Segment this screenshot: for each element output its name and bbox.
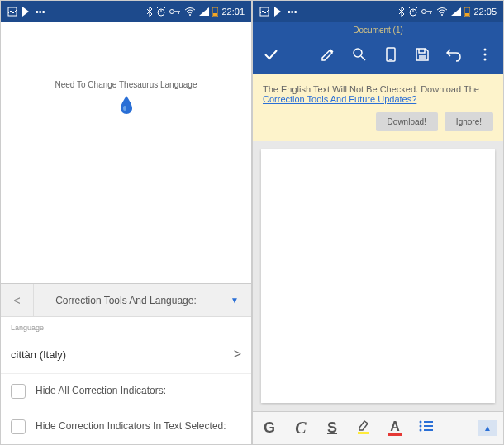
hide-selected-row[interactable]: Hide Correction Indicators In Text Selec… [1,409,251,444]
alarm-icon [408,7,418,17]
svg-point-9 [189,14,191,16]
list-button[interactable] [416,419,436,437]
document-page[interactable] [261,149,495,403]
svg-line-30 [361,56,365,60]
svg-rect-13 [213,13,217,16]
bold-button[interactable]: G [259,419,279,437]
status-bar: ••• 22:01 [1,1,251,22]
svg-rect-27 [466,7,468,7]
svg-marker-16 [274,7,281,17]
download-banner: The English Text Will Not Be Checked. Do… [253,74,503,141]
svg-marker-10 [199,7,209,16]
svg-point-6 [170,10,174,14]
svg-marker-1 [22,7,29,17]
bluetooth-icon [146,7,153,17]
chevron-right-icon: > [234,347,241,362]
italic-button[interactable]: C [291,419,311,438]
underline-button[interactable]: S [322,419,342,437]
document-body[interactable] [253,141,503,411]
main-area: Need To Change Thesaurus Language [1,22,251,283]
svg-line-19 [409,7,411,8]
edit-icon[interactable] [320,46,336,66]
document-header: Document (1) [253,22,503,74]
svg-point-33 [484,49,487,51]
left-screenshot: ••• 22:01 Need To Change The [0,0,252,445]
checkbox-hide-all[interactable] [11,384,26,399]
font-color-button[interactable]: A [385,420,405,436]
svg-point-34 [484,54,487,56]
download-button[interactable]: Download! [376,112,438,131]
vpn-key-icon [169,8,181,15]
signal-icon [451,7,461,16]
svg-point-37 [420,421,422,424]
svg-line-4 [157,7,159,8]
svg-point-24 [441,14,443,16]
bluetooth-icon [398,7,405,17]
thesaurus-message: Need To Change Thesaurus Language [55,80,197,89]
banner-text: The English Text Will Not Be Checked. Do… [263,84,479,94]
menu-icon[interactable] [477,46,493,66]
confirm-button[interactable] [263,46,279,66]
vpn-key-icon [421,8,433,15]
language-label: Language [11,324,241,332]
svg-line-20 [416,7,417,8]
more-icon: ••• [288,7,297,17]
wifi-icon [184,7,196,16]
language-row[interactable]: cittàn (Italy) > [11,338,241,370]
alarm-icon [156,7,166,17]
more-icon: ••• [36,7,45,17]
search-icon[interactable] [351,46,368,66]
battery-icon [464,7,470,17]
document-title: Document (1) [253,22,503,38]
signal-icon [199,7,209,16]
mobile-view-icon[interactable] [383,46,399,66]
svg-point-21 [422,10,426,14]
svg-point-39 [420,425,422,428]
svg-rect-36 [358,432,369,434]
svg-rect-28 [465,13,469,16]
status-bar: ••• 22:05 [253,1,503,22]
panel-title: Correction Tools And Language: [34,295,218,306]
gallery-icon [7,7,17,17]
hide-selected-label: Hide Correction Indicators In Text Selec… [36,420,226,433]
svg-point-14 [123,106,126,111]
water-drop-icon [119,96,134,118]
battery-icon [212,7,218,17]
undo-icon[interactable] [445,46,462,66]
svg-rect-12 [214,7,216,7]
bottom-panel: < Correction Tools And Language: ▼ Langu… [1,283,251,444]
hide-all-row[interactable]: Hide All Correction Indicators: [1,373,251,409]
svg-point-35 [484,59,487,61]
ignore-button[interactable]: Ignore! [445,112,493,131]
collapse-chevron-icon[interactable]: ▼ [218,296,251,305]
gallery-icon [259,7,269,17]
svg-point-29 [354,49,362,57]
svg-marker-25 [451,7,461,16]
checkbox-section: Hide All Correction Indicators: Hide Cor… [1,373,251,444]
expand-format-icon[interactable]: ▲ [478,420,497,436]
panel-header: < Correction Tools And Language: ▼ [1,284,251,317]
back-button[interactable]: < [1,284,34,316]
language-value: cittàn (Italy) [11,348,66,361]
toolbar [253,38,503,74]
right-screenshot: ••• 22:05 Document (1) [252,0,504,445]
status-time: 22:05 [473,7,497,17]
hide-all-label: Hide All Correction Indicators: [36,385,166,398]
play-store-icon [274,7,283,17]
checkbox-hide-selected[interactable] [11,419,26,434]
wifi-icon [436,7,448,16]
format-bar: G C S A ▲ [253,411,503,444]
svg-line-5 [164,7,165,8]
play-store-icon [22,7,31,17]
svg-point-41 [420,429,422,432]
banner-link[interactable]: Correction Tools And Future Updates? [263,94,416,104]
status-time: 22:01 [221,7,245,17]
highlight-button[interactable] [354,418,373,438]
save-icon[interactable] [414,46,430,66]
language-section: Language cittàn (Italy) > [1,317,251,373]
